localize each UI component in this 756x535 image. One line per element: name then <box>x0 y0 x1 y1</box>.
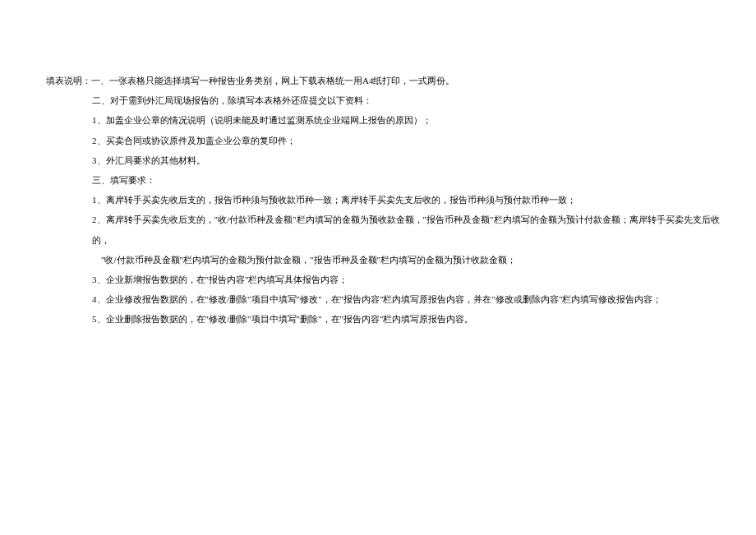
item-2: 二、对于需到外汇局现场报告的，除填写本表格外还应提交以下资料： <box>46 90 728 110</box>
item-3-2a: 2、离岸转手买卖先收后支的，"收/付款币种及金额"栏内填写的金额为预收款金额，"… <box>46 210 728 249</box>
item-2-2: 2、买卖合同或协议原件及加盖企业公章的复印件； <box>46 131 728 150</box>
item-3-3: 3、企业新增报告数据的，在"报告内容"栏内填写具体报告内容； <box>46 270 728 289</box>
item-3: 三、填写要求： <box>46 170 728 190</box>
header-label: 填表说明： <box>46 71 91 90</box>
item-2-1: 1、加盖企业公章的情况说明（说明未能及时通过监测系统企业端网上报告的原因）； <box>46 110 728 130</box>
item-3-2b: "收/付款币种及金额"栏内填写的金额为预付款金额，"报告币种及金额"栏内填写的金… <box>46 250 728 270</box>
item-3-5: 5、企业删除报告数据的，在"修改/删除"项目中填写"删除"，在"报告内容"栏内填… <box>46 309 728 329</box>
item-3-4: 4、企业修改报告数据的，在"修改/删除"项目中填写"修改"，在"报告内容"栏内填… <box>46 289 728 309</box>
item-2-3: 3、外汇局要求的其他材料。 <box>46 150 728 170</box>
item-1: 一、一张表格只能选择填写一种报告业务类别，网上下载表格统一用A4纸打印，一式两份… <box>91 71 454 90</box>
instructions-block: 填表说明： 一、一张表格只能选择填写一种报告业务类别，网上下载表格统一用A4纸打… <box>46 71 728 329</box>
item-3-1: 1、离岸转手买卖先收后支的，报告币种须与预收款币种一致；离岸转手买卖先支后收的，… <box>46 190 728 210</box>
row-header: 填表说明： 一、一张表格只能选择填写一种报告业务类别，网上下载表格统一用A4纸打… <box>46 71 728 90</box>
